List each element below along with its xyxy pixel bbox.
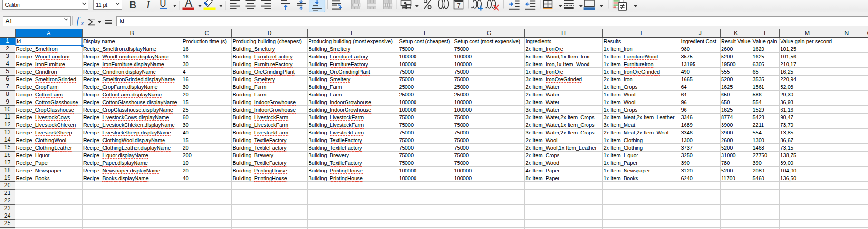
svg-text:B: B <box>129 0 136 10</box>
svg-text:f: f <box>77 15 81 26</box>
svg-text:7: 7 <box>457 2 461 9</box>
svg-text:x: x <box>81 19 84 27</box>
svg-text:U: U <box>160 0 166 9</box>
svg-text:I: I <box>146 0 150 10</box>
